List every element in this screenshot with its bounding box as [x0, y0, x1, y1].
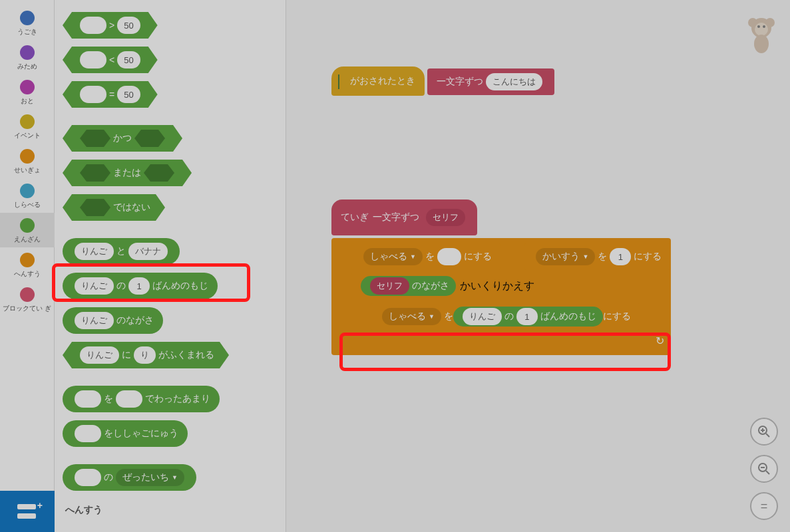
- input-sub[interactable]: り: [134, 346, 156, 364]
- label-suffix: にする: [603, 311, 631, 323]
- chevron-down-icon: ▼: [172, 474, 178, 481]
- operator-mathop-block[interactable]: の ぜったいち ▼: [63, 464, 196, 491]
- label-suffix: ばんめのもじ: [152, 280, 208, 292]
- input-b[interactable]: 50: [117, 17, 140, 34]
- label-suffix: でわったあまり: [145, 393, 210, 405]
- zoom-out-icon: [757, 462, 771, 475]
- set-variable-block[interactable]: しゃべる ▼ を りんご の 1 ばんめのもじ にする: [370, 303, 640, 330]
- input-a[interactable]: [75, 390, 101, 408]
- set-variable-block[interactable]: しゃべる ▼ を にする: [351, 243, 501, 270]
- operator-lt-block[interactable]: < 50: [63, 47, 158, 73]
- set-variable-block[interactable]: かいすう ▼ を 1 にする: [524, 243, 671, 270]
- category-item[interactable]: ブロックてい ぎ: [0, 282, 55, 317]
- input-a[interactable]: [80, 164, 110, 182]
- block-palette[interactable]: > 50 < 50 = 50 かつ または ではない りんご と バナナ りん: [55, 0, 286, 532]
- category-label: えんざん: [14, 235, 41, 243]
- category-item[interactable]: へんすう: [0, 247, 55, 282]
- input-index[interactable]: 1: [516, 308, 538, 325]
- category-color-dot: [20, 45, 35, 60]
- proc-name: 一文字ずつ: [437, 76, 483, 88]
- input-a[interactable]: りんご: [75, 243, 114, 260]
- category-label: うごき: [17, 28, 37, 36]
- input-string[interactable]: りんご: [75, 277, 114, 295]
- proc-arg[interactable]: こんにちは: [486, 73, 542, 90]
- category-color-dot: [20, 149, 35, 164]
- operator-mod-block[interactable]: を でわったあまり: [63, 386, 220, 412]
- input-a[interactable]: [80, 86, 106, 103]
- value-input[interactable]: 1: [610, 248, 631, 265]
- chevron-down-icon: ▼: [429, 313, 435, 320]
- input-a[interactable]: [80, 17, 106, 34]
- operator-and-block[interactable]: かつ: [63, 125, 182, 152]
- equals-icon: =: [761, 499, 768, 513]
- label: ではない: [113, 201, 150, 213]
- label: のながさ: [116, 315, 154, 327]
- label-suffix: にする: [634, 251, 662, 263]
- category-item[interactable]: みため: [0, 40, 55, 74]
- repeat-block[interactable]: セリフ のながさ かいくりかえす: [351, 273, 671, 299]
- arg-var: セリフ: [370, 277, 409, 295]
- variable-dropdown[interactable]: しゃべる ▼: [363, 248, 423, 265]
- operator-contains-block[interactable]: りんご に り がふくまれる: [63, 342, 229, 368]
- input-b[interactable]: [116, 390, 142, 408]
- operator-eq-block[interactable]: = 50: [63, 81, 158, 108]
- operator-round-block[interactable]: をししゃごにゅう: [63, 420, 188, 447]
- input-b[interactable]: バナナ: [128, 243, 168, 260]
- green-flag-icon: [341, 76, 346, 86]
- variable-dropdown[interactable]: かいすう ▼: [536, 248, 595, 265]
- input-b[interactable]: 50: [117, 86, 140, 103]
- input-a[interactable]: [80, 130, 110, 147]
- operator-length-of-block[interactable]: りんご のながさ: [63, 307, 163, 334]
- zoom-reset-button[interactable]: =: [750, 492, 778, 520]
- category-item[interactable]: イベント: [0, 109, 55, 144]
- svg-point-6: [754, 35, 769, 53]
- when-flag-clicked-block[interactable]: がおされたとき: [331, 66, 425, 96]
- input-a[interactable]: [80, 199, 110, 216]
- add-extension-button[interactable]: +: [0, 491, 55, 532]
- category-label: せいぎょ: [14, 166, 41, 174]
- category-item[interactable]: おと: [0, 74, 55, 109]
- label: をししゃごにゅう: [104, 428, 178, 440]
- input-a[interactable]: [80, 51, 106, 68]
- input-string[interactable]: りんご: [80, 346, 119, 364]
- value-input[interactable]: [437, 248, 461, 265]
- chevron-down-icon: ▼: [582, 253, 588, 260]
- label-suffix: ばんめのもじ: [540, 311, 596, 323]
- input-b[interactable]: [144, 164, 174, 182]
- mathop-dropdown[interactable]: ぜったいち ▼: [116, 469, 184, 486]
- operator-not-block[interactable]: ではない: [63, 194, 165, 221]
- category-item[interactable]: えんざん: [0, 213, 55, 247]
- repeat-block-bottom: ↻: [351, 334, 671, 348]
- category-label: おと: [21, 97, 34, 105]
- operator-gt-block[interactable]: > 50: [63, 12, 158, 39]
- operator-length-of-block[interactable]: セリフ のながさ: [361, 276, 456, 296]
- operator-or-block[interactable]: または: [63, 160, 192, 186]
- label-mid: を: [598, 251, 607, 263]
- label-mid: を: [104, 393, 113, 405]
- workspace[interactable]: がおされたとき 一文字ずつ こんにちは ていぎ 一文字ずつ セリフ しゃべる ▼…: [286, 0, 790, 532]
- input-b[interactable]: 50: [117, 51, 140, 68]
- input-string[interactable]: りんご: [463, 308, 502, 325]
- svg-point-4: [757, 25, 760, 28]
- input-index[interactable]: 1: [128, 277, 150, 295]
- operator-join-block[interactable]: りんご と バナナ: [63, 238, 180, 265]
- zoom-out-button[interactable]: [750, 455, 778, 483]
- input-b[interactable]: [134, 130, 165, 147]
- input-string[interactable]: りんご: [75, 312, 114, 329]
- operator-letter-of-block[interactable]: りんご の 1 ばんめのもじ: [453, 307, 603, 327]
- define-hat-block[interactable]: ていぎ 一文字ずつ セリフ: [331, 200, 477, 235]
- input-a[interactable]: [75, 425, 101, 442]
- category-label: へんすう: [14, 270, 41, 278]
- category-item[interactable]: せいぎょ: [0, 144, 55, 178]
- input-a[interactable]: [75, 469, 101, 486]
- sprite-watermark: [745, 13, 778, 53]
- hat-label: がおされたとき: [350, 75, 415, 87]
- variable-dropdown[interactable]: しゃべる ▼: [382, 308, 441, 325]
- define-name: 一文字ずつ: [373, 211, 419, 223]
- custom-call-block[interactable]: 一文字ずつ こんにちは: [427, 68, 554, 95]
- zoom-in-button[interactable]: [750, 418, 778, 446]
- category-item[interactable]: しらべる: [0, 178, 55, 213]
- category-item[interactable]: うごき: [0, 5, 55, 40]
- category-label: しらべる: [14, 201, 41, 209]
- operator-letter-of-block[interactable]: りんご の 1 ばんめのもじ: [63, 273, 218, 299]
